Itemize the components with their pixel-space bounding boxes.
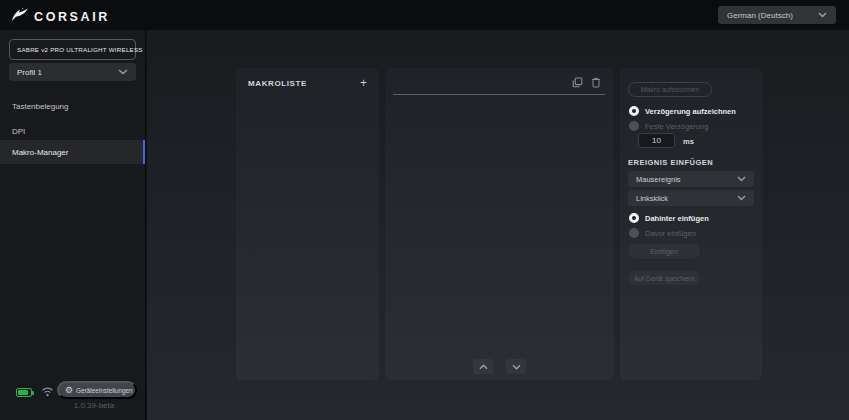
sidebar: SABRE v2 PRO ULTRALIGHT WIRELESS Profil … [0, 30, 146, 420]
top-bar: CORSAIR German (Deutsch) [0, 0, 849, 30]
main-content: MAKROLISTE + [147, 30, 849, 420]
device-settings-button[interactable]: ⚙ Geräteeinstellungen [57, 381, 137, 399]
chevron-down-icon [737, 176, 746, 182]
insert-before-radio[interactable]: Davor einfügen [629, 228, 696, 238]
insert-event-button[interactable]: Einfügen [628, 244, 700, 259]
gear-icon: ⚙ [65, 386, 73, 395]
save-to-device-button[interactable]: Auf Gerät speichern [628, 271, 700, 285]
language-select[interactable]: German (Deutsch) [718, 6, 836, 24]
radio-unselected-icon [629, 228, 639, 238]
macro-list-title: MAKROLISTE [248, 79, 307, 88]
reorder-controls [385, 359, 614, 374]
brand: CORSAIR [11, 7, 110, 26]
delay-ms-input[interactable] [638, 133, 675, 148]
event-action-value: Linksklick [636, 194, 668, 203]
insert-after-radio[interactable]: Dahinter einfügen [629, 213, 709, 223]
radio-unselected-icon [629, 121, 639, 131]
duplicate-icon [572, 77, 583, 88]
device-name-button[interactable]: SABRE v2 PRO ULTRALIGHT WIRELESS [9, 39, 136, 60]
device-status [16, 383, 54, 401]
duplicate-macro-button[interactable] [568, 75, 587, 90]
fixed-delay-radio[interactable]: Feste Verzögerung [629, 121, 708, 131]
macro-controls-panel: Makro aufzeichnen Verzögerung aufzeichne… [620, 68, 762, 380]
chevron-down-icon [818, 12, 827, 18]
profile-select[interactable]: Profil 1 [9, 63, 136, 81]
macro-name-row [393, 70, 605, 95]
radio-selected-icon [629, 213, 639, 223]
language-select-value: German (Deutsch) [727, 11, 793, 20]
chevron-down-icon [118, 69, 128, 75]
brand-name: CORSAIR [34, 10, 110, 24]
corsair-logo-icon [11, 7, 29, 26]
version-label: 1.0.39-beta [50, 401, 138, 410]
sidebar-item-makro-manager[interactable]: Makro-Manager [0, 140, 145, 164]
macro-list-panel: MAKROLISTE + [236, 68, 379, 380]
app-window: CORSAIR German (Deutsch) SABRE v2 PRO UL… [0, 0, 849, 420]
add-macro-button[interactable]: + [360, 78, 367, 88]
macro-name-input[interactable] [393, 70, 568, 94]
record-delay-radio[interactable]: Verzögerung aufzeichnen [629, 106, 736, 116]
profile-select-value: Profil 1 [17, 68, 42, 77]
delay-unit-label: ms [683, 137, 694, 146]
delete-macro-button[interactable] [587, 75, 605, 90]
radio-selected-icon [629, 106, 639, 116]
record-macro-button[interactable]: Makro aufzeichnen [628, 82, 712, 97]
chevron-down-icon [512, 364, 521, 370]
event-action-select[interactable]: Linksklick [628, 190, 754, 206]
move-up-button[interactable] [473, 359, 493, 374]
macro-editor-panel [385, 68, 614, 380]
event-type-select[interactable]: Mausereignis [628, 171, 754, 187]
event-type-value: Mausereignis [636, 175, 681, 184]
chevron-up-icon [479, 364, 488, 370]
trash-icon [591, 77, 601, 88]
battery-icon [16, 388, 32, 397]
device-settings-label: Geräteeinstellungen [76, 387, 132, 394]
wireless-signal-icon [41, 383, 54, 401]
sidebar-item-tastenbelegung[interactable]: Tastenbelegung [0, 94, 145, 118]
insert-event-heading: EREIGNIS EINFÜGEN [628, 158, 713, 167]
chevron-down-icon [737, 195, 746, 201]
move-down-button[interactable] [506, 359, 526, 374]
